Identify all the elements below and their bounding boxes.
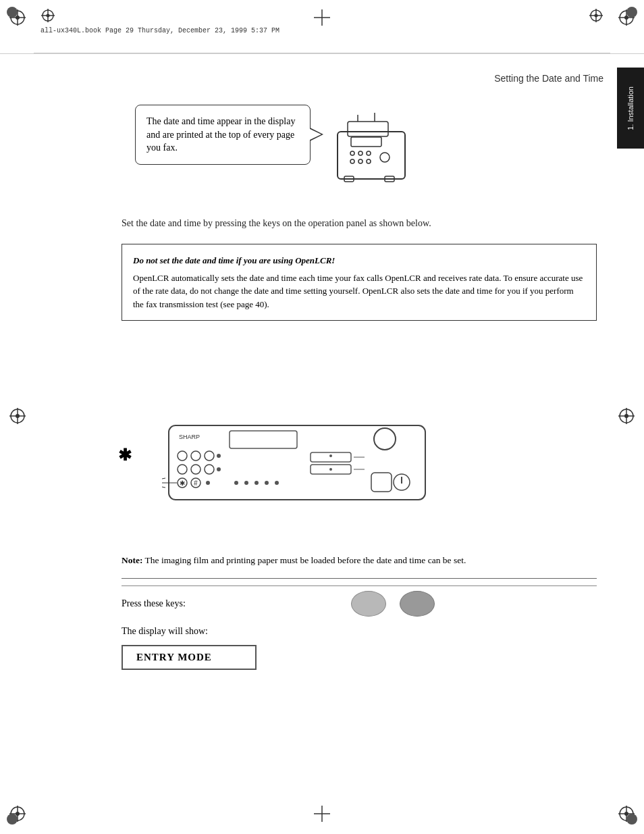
reg-mark-mid-right xyxy=(617,407,636,428)
warning-title-plain: Do not set the date and time if you are … xyxy=(133,255,295,265)
reg-mark-mid-left xyxy=(8,407,27,428)
intro-text: Set the date and time by pressing the ke… xyxy=(122,216,597,230)
fax-machine-illustration xyxy=(324,111,425,192)
svg-rect-41 xyxy=(348,122,388,136)
svg-point-45 xyxy=(367,151,371,155)
svg-point-74 xyxy=(265,481,269,485)
entry-mode-text: ENTRY MODE xyxy=(136,652,212,662)
svg-text:SHARP: SHARP xyxy=(179,434,200,440)
warning-title-end: ! xyxy=(331,255,335,265)
svg-point-30 xyxy=(7,814,18,825)
note-label: Note: xyxy=(122,555,142,565)
header-file-info: all-ux340L.book Page 29 Thursday, Decemb… xyxy=(41,27,603,34)
svg-point-44 xyxy=(358,151,363,155)
svg-line-86 xyxy=(162,478,165,483)
svg-point-64 xyxy=(205,465,214,474)
svg-point-43 xyxy=(350,151,354,155)
svg-point-65 xyxy=(217,467,221,471)
svg-point-39 xyxy=(595,14,598,18)
main-content: Set the date and time by pressing the ke… xyxy=(122,216,597,334)
svg-text:✱: ✱ xyxy=(180,479,185,487)
svg-point-19 xyxy=(16,414,20,418)
svg-point-70 xyxy=(206,481,210,485)
header-reg-mark-right xyxy=(589,8,603,26)
svg-rect-42 xyxy=(351,137,381,147)
page-title: Setting the Date and Time xyxy=(494,73,603,84)
speech-bubble: The date and time appear in the display … xyxy=(135,105,311,165)
svg-line-87 xyxy=(162,483,165,488)
note-section: Note: The imaging film and printing pape… xyxy=(122,554,597,579)
header-divider xyxy=(34,53,610,53)
section-tab-label: 1. Installation xyxy=(626,86,635,130)
speech-bubble-container: The date and time appear in the display … xyxy=(135,105,311,165)
svg-point-58 xyxy=(178,451,187,461)
svg-point-62 xyxy=(178,465,187,474)
asterisk-symbol: ✱ xyxy=(118,446,132,465)
svg-point-47 xyxy=(358,159,363,163)
reg-mark-bottom-center xyxy=(313,804,331,826)
svg-point-72 xyxy=(244,481,248,485)
svg-point-63 xyxy=(191,465,200,474)
svg-point-71 xyxy=(234,481,238,485)
corner-circle-br xyxy=(625,812,639,829)
key-button-right xyxy=(400,591,435,617)
svg-point-78 xyxy=(329,454,332,457)
header-reg-mark-left xyxy=(41,8,55,26)
warning-title: Do not set the date and time if you are … xyxy=(133,254,585,267)
svg-point-48 xyxy=(367,159,371,163)
speech-bubble-text: The date and time appear in the display … xyxy=(146,116,295,153)
press-keys-label: Press these keys: xyxy=(122,598,257,609)
svg-rect-56 xyxy=(230,431,297,448)
svg-point-23 xyxy=(624,414,628,418)
svg-point-49 xyxy=(380,153,390,162)
svg-text:#: # xyxy=(194,479,198,487)
svg-point-35 xyxy=(47,14,50,18)
page-header: all-ux340L.book Page 29 Thursday, Decemb… xyxy=(0,0,644,54)
warning-brand: OpenLCR xyxy=(295,255,331,265)
svg-point-31 xyxy=(626,814,637,825)
press-keys-section: Press these keys: The display will show:… xyxy=(122,591,597,670)
svg-point-73 xyxy=(254,481,259,485)
fax-panel-illustration: SHARP ✱ # xyxy=(162,419,473,509)
entry-mode-display: ENTRY MODE xyxy=(122,645,257,670)
key-button-left xyxy=(351,591,386,617)
svg-rect-82 xyxy=(371,473,392,492)
warning-box: Do not set the date and time if you are … xyxy=(122,244,597,321)
warning-body: OpenLCR automatically sets the date and … xyxy=(133,271,585,311)
note-text: The imaging film and printing paper must… xyxy=(142,555,466,565)
section-tab: 1. Installation xyxy=(617,68,644,149)
svg-point-75 xyxy=(275,481,279,485)
note-divider xyxy=(122,585,597,586)
svg-rect-40 xyxy=(338,132,405,179)
svg-point-80 xyxy=(329,468,332,471)
svg-point-60 xyxy=(205,451,214,461)
display-will-show-label: The display will show: xyxy=(122,626,208,636)
svg-point-61 xyxy=(217,454,221,458)
svg-point-57 xyxy=(374,428,396,450)
corner-circle-bl xyxy=(5,812,19,829)
svg-point-59 xyxy=(191,451,200,461)
svg-point-46 xyxy=(350,159,354,163)
